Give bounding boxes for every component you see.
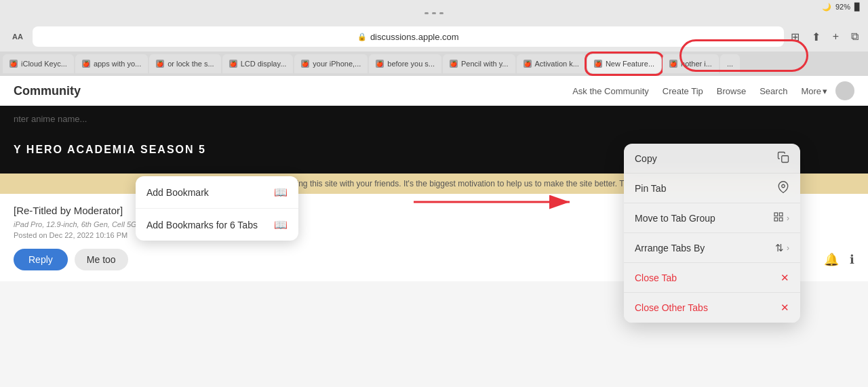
svg-rect-5 — [779, 213, 783, 216]
bell-icon[interactable]: 🔔 — [824, 252, 839, 267]
add-bookmark-item[interactable]: Add Bookmark 📖 — [136, 176, 298, 209]
create-tip-link[interactable]: Create Tip — [663, 86, 703, 96]
menu-item-pin-left: Pin Tab — [635, 183, 666, 194]
title-bar-dot-1 — [425, 12, 429, 14]
tab-label-6: before you s... — [387, 60, 435, 68]
tab-favicon-4: 🍎 — [229, 60, 237, 68]
tab-activation[interactable]: 🍎 Activation k... — [517, 54, 586, 73]
menu-label-move: Move to Tab Group — [635, 213, 715, 224]
site-title: Community — [14, 84, 81, 98]
menu-item-close-tab[interactable]: Close Tab ✕ — [624, 263, 800, 293]
menu-item-close-others[interactable]: Close Other Tabs ✕ — [624, 293, 800, 323]
tab-label-3: or lock the s... — [167, 60, 214, 68]
menu-item-pin[interactable]: Pin Tab — [624, 174, 800, 203]
tab-label-9: New Feature... — [606, 60, 654, 68]
metoo-button[interactable]: Me too — [75, 249, 128, 270]
ask-community-link[interactable]: Ask the Community — [572, 86, 649, 96]
menu-item-copy-left: Copy — [635, 153, 657, 164]
tab-other[interactable]: 🍎 nother i... — [663, 54, 719, 73]
title-bar-dot-3 — [439, 12, 443, 14]
tab-apps[interactable]: 🍎 apps with yo... — [75, 54, 148, 73]
menu-item-arrange-left: Arrange Tabs By — [635, 243, 705, 253]
copy-icon — [777, 151, 789, 165]
menu-label-copy: Copy — [635, 153, 657, 164]
menu-item-copy[interactable]: Copy — [624, 144, 800, 174]
menu-item-move-tab-group[interactable]: Move to Tab Group › — [624, 203, 800, 233]
tabs-bar: 🍎 iCloud Keyc... 🍎 apps with yo... 🍎 or … — [0, 52, 868, 76]
more-link[interactable]: More ▾ — [801, 86, 827, 96]
tab-dots[interactable]: ... — [720, 54, 740, 73]
context-menu: Copy Pin Tab Move — [624, 144, 800, 323]
tabs-overview-button[interactable]: ⧉ — [850, 29, 860, 44]
menu-label-arrange: Arrange Tabs By — [635, 243, 705, 253]
tab-label-7: Pencil with y... — [461, 60, 509, 68]
site-nav-links: Ask the Community Create Tip Browse Sear… — [572, 86, 827, 96]
tab-before[interactable]: 🍎 before you s... — [369, 54, 441, 73]
tab-favicon-9: 🍎 — [594, 60, 602, 68]
pin-icon — [777, 181, 789, 195]
tab-favicon-8: 🍎 — [524, 60, 532, 68]
menu-label-close-others: Close Other Tabs — [635, 302, 708, 313]
tab-favicon-2: 🍎 — [82, 60, 90, 68]
chevron-right-icon-arrange: › — [787, 243, 789, 253]
info-icon[interactable]: ℹ — [850, 252, 854, 267]
font-size-button[interactable]: AA — [8, 30, 27, 43]
title-bar-dots — [425, 12, 443, 14]
lock-icon: 🔒 — [357, 33, 367, 41]
tab-label-2: apps with yo... — [94, 60, 141, 68]
tab-favicon-10: 🍎 — [669, 60, 677, 68]
svg-point-3 — [782, 184, 785, 188]
tab-pencil[interactable]: 🍎 Pencil with y... — [443, 54, 515, 73]
menu-label-pin: Pin Tab — [635, 183, 666, 194]
tab-favicon-6: 🍎 — [376, 60, 384, 68]
arrange-icon: ⇅ — [775, 242, 784, 254]
tab-icloud[interactable]: 🍎 iCloud Keyc... — [3, 54, 74, 73]
search-area: nter anime name... — [14, 113, 87, 125]
add-bookmarks-tabs-label: Add Bookmarks for 6 Tabs — [146, 220, 258, 230]
post-right-actions: 🔔 ℹ — [824, 252, 854, 267]
tabgroup-icon — [773, 211, 784, 224]
bookmark-dropdown: Add Bookmark 📖 Add Bookmarks for 6 Tabs … — [136, 176, 298, 241]
browse-link[interactable]: Browse — [717, 86, 746, 96]
add-bookmark-label: Add Bookmark — [146, 187, 209, 198]
svg-rect-7 — [774, 218, 778, 221]
tab-label-4: LCD display... — [241, 60, 287, 68]
menu-move-right: › — [773, 211, 789, 224]
tab-favicon-5: 🍎 — [301, 60, 309, 68]
menu-item-arrange[interactable]: Arrange Tabs By ⇅ › — [624, 233, 800, 263]
chevron-right-icon-move: › — [787, 213, 789, 223]
tab-label-1: iCloud Keyc... — [21, 60, 67, 68]
menu-label-close: Close Tab — [635, 272, 677, 283]
post-left-actions: Reply Me too — [14, 249, 128, 270]
add-bookmarks-tabs-item[interactable]: Add Bookmarks for 6 Tabs 📖 — [136, 209, 298, 241]
search-placeholder: nter anime name... — [14, 114, 87, 124]
reply-button[interactable]: Reply — [14, 249, 68, 270]
nav-bar: AA 🔒 discussions.apple.com ⊞ ⬆ + ⧉ — [0, 22, 868, 52]
tab-label-5: your iPhone,... — [313, 60, 361, 68]
close-others-x-icon: ✕ — [781, 302, 789, 314]
tab-switcher-icon[interactable]: ⊞ — [789, 29, 801, 45]
menu-item-close-left: Close Tab — [635, 272, 677, 283]
share-icon[interactable]: ⬆ — [810, 29, 822, 45]
tab-favicon-3: 🍎 — [156, 60, 164, 68]
address-bar[interactable]: 🔒 discussions.apple.com — [33, 26, 784, 47]
user-avatar[interactable] — [835, 81, 854, 100]
bookmark-icon-1: 📖 — [274, 186, 288, 199]
tab-lock[interactable]: 🍎 or lock the s... — [149, 54, 220, 73]
site-nav: Community Ask the Community Create Tip B… — [0, 76, 868, 106]
tab-label-10: nother i... — [681, 60, 712, 68]
title-bar — [0, 0, 868, 22]
title-bar-dot-2 — [432, 12, 436, 14]
tab-newfeature[interactable]: 🍎 New Feature... — [587, 54, 661, 73]
menu-item-close-others-left: Close Other Tabs — [635, 302, 708, 313]
chevron-down-icon: ▾ — [823, 86, 827, 96]
svg-rect-2 — [782, 156, 789, 163]
bookmark-icon-2: 📖 — [274, 218, 288, 231]
search-link[interactable]: Search — [760, 86, 787, 96]
battery-icon: ▉ — [854, 3, 860, 12]
svg-rect-4 — [774, 213, 778, 216]
nav-icons: ⊞ ⬆ + ⧉ — [789, 29, 860, 45]
tab-lcd[interactable]: 🍎 LCD display... — [222, 54, 294, 73]
tab-iphone[interactable]: 🍎 your iPhone,... — [294, 54, 368, 73]
new-tab-button[interactable]: + — [831, 29, 840, 44]
